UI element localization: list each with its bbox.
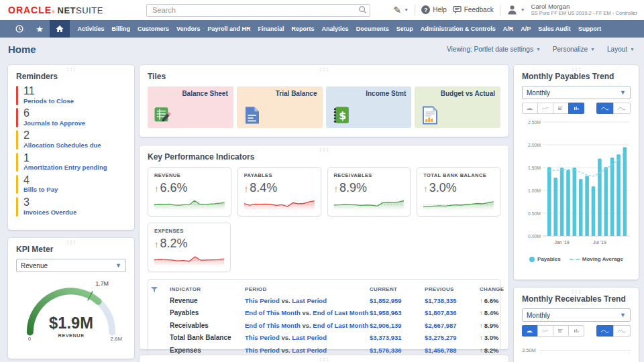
previous-cell[interactable]: $1,738,335 (425, 297, 480, 304)
reminder-label[interactable]: Bills to Pay (23, 186, 58, 194)
previous-cell[interactable]: $1,807,836 (425, 309, 480, 316)
period-cell[interactable]: End of This Month vs. End of Last Month (245, 309, 370, 316)
reminder-item-journals-to-approve[interactable]: 6Journals to Approve (16, 108, 126, 127)
payables-bar[interactable] (553, 178, 557, 236)
reminder-item-bills-to-pay[interactable]: 4Bills to Pay (16, 175, 126, 194)
reminder-item-periods-to-close[interactable]: 11Periods to Close (16, 86, 126, 105)
drag-handle[interactable] (66, 67, 76, 71)
kpi-card-revenue[interactable]: REVENUE↑6.6% (148, 167, 231, 217)
payables-period-select[interactable]: Monthly ▼ (522, 86, 631, 99)
table-row-payables[interactable]: PayablesEnd of This Month vs. End of Las… (148, 307, 500, 320)
home-tab[interactable] (50, 20, 70, 38)
help-button[interactable]: ? Help (421, 5, 447, 14)
current-cell[interactable]: $3,373,931 (370, 334, 425, 341)
trendline-option-2-button[interactable] (613, 325, 631, 337)
column-header-current[interactable]: CURRENT (370, 286, 425, 292)
previous-cell[interactable]: $3,275,279 (425, 334, 480, 341)
nav-item-reports[interactable]: Reports (288, 20, 318, 38)
kpi-meter-select[interactable]: Revenue ▼ (16, 259, 126, 272)
chart-type-area-button[interactable] (522, 103, 538, 114)
chart-type-line-button[interactable] (537, 103, 553, 114)
drag-handle[interactable] (572, 67, 582, 71)
payables-bar[interactable] (579, 179, 583, 236)
nav-item-documents[interactable]: Documents (352, 20, 392, 38)
netsuite-logo[interactable]: ORACLE® NETSUITE (0, 5, 146, 15)
kpi-card-total-bank-balance[interactable]: TOTAL BANK BALANCE↑3.0% (417, 167, 500, 217)
column-header-previous[interactable]: PREVIOUS (425, 286, 480, 292)
reminder-item-amortization-entry-pending[interactable]: 1Amortization Entry pending (16, 153, 126, 172)
chart-type-line-button[interactable] (537, 325, 553, 337)
nav-item-billing[interactable]: Billing (108, 20, 134, 38)
payables-bar[interactable] (610, 158, 614, 236)
nav-item-analytics[interactable]: Analytics (318, 20, 352, 38)
current-cell[interactable]: $1,576,336 (370, 347, 425, 354)
kpi-card-payables[interactable]: PAYABLES↑8.4% (237, 167, 321, 217)
viewing-portlet-date-settings-menu[interactable]: Viewing: Portlet date settings ▼ (447, 46, 541, 53)
nav-item-setup[interactable]: Setup (392, 20, 417, 38)
kpi-card-expenses[interactable]: EXPENSES↑8.2% (148, 223, 231, 272)
nav-item-activities[interactable]: Activities (74, 20, 108, 38)
recent-records-button[interactable] (9, 20, 30, 38)
user-menu[interactable]: ▼ (506, 4, 525, 15)
nav-item-a-r[interactable]: A/R (499, 20, 517, 38)
payables-bar[interactable] (616, 154, 621, 236)
chart-type-area-button[interactable] (522, 325, 538, 337)
column-header-period[interactable]: PERIOD (245, 286, 370, 292)
previous-cell[interactable]: $2,667,987 (425, 322, 480, 329)
search-icon[interactable] (358, 5, 367, 14)
reminder-label[interactable]: Allocation Schedules due (23, 141, 101, 149)
tile-income-stmt[interactable]: Income Stmt$ (326, 86, 412, 128)
nav-item-vendors[interactable]: Vendors (173, 20, 205, 38)
reminder-item-invoices-overdue[interactable]: 3Invoices Overdue (16, 197, 126, 217)
period-cell[interactable]: End of This Month vs. End of Last Month (245, 322, 370, 329)
reminder-label[interactable]: Amortization Entry pending (23, 164, 107, 172)
chart-type-hbar-button[interactable] (553, 103, 569, 114)
payables-bar[interactable] (560, 168, 564, 236)
payables-bar[interactable] (604, 167, 608, 236)
table-row-expenses[interactable]: ExpensesThis Period vs. Last Period$1,57… (148, 344, 500, 357)
filter-funnel-icon[interactable] (151, 287, 158, 292)
table-row-revenue[interactable]: RevenueThis Period vs. Last Period$1,852… (148, 294, 500, 307)
table-row-receivables[interactable]: ReceivablesEnd of This Month vs. End of … (148, 319, 500, 332)
layout-menu[interactable]: Layout ▼ (607, 46, 635, 53)
period-cell[interactable]: This Period vs. Last Period (245, 334, 370, 341)
tile-budget-vs-actual[interactable]: Budget vs Actual (415, 86, 500, 128)
reminder-label[interactable]: Periods to Close (23, 97, 74, 105)
nav-item-customers[interactable]: Customers (134, 20, 173, 38)
payables-bar[interactable] (573, 168, 577, 236)
kpi-card-receivables[interactable]: RECEIVABLES↑8.9% (327, 167, 411, 217)
chart-type-vbar-button[interactable] (568, 103, 584, 114)
personalize-menu[interactable]: Personalize ▼ (553, 46, 595, 53)
period-cell[interactable]: This Period vs. Last Period (245, 297, 370, 304)
payables-bar[interactable] (547, 167, 551, 236)
drag-handle[interactable] (66, 240, 76, 244)
tile-balance-sheet[interactable]: Balance Sheet (148, 86, 233, 128)
tile-trial-balance[interactable]: Trial Balance (237, 86, 323, 128)
current-cell[interactable]: $2,906,139 (370, 322, 425, 329)
receivables-period-select[interactable]: Monthly ▼ (522, 308, 631, 322)
drag-handle[interactable] (319, 357, 329, 361)
trendline-option-2-button[interactable] (613, 103, 631, 114)
payables-bar[interactable] (623, 147, 627, 236)
trendline-option-1-button[interactable] (596, 325, 614, 337)
payables-bar[interactable] (598, 158, 602, 236)
drag-handle[interactable] (319, 67, 329, 71)
payables-bar[interactable] (592, 186, 596, 236)
payables-bar[interactable] (566, 170, 570, 236)
trendline-option-1-button[interactable] (596, 103, 614, 114)
period-cell[interactable]: This Period vs. Last Period (245, 347, 370, 354)
current-cell[interactable]: $1,958,963 (370, 309, 425, 316)
table-row-total-bank-balance[interactable]: Total Bank BalanceThis Period vs. Last P… (148, 332, 500, 345)
feedback-button[interactable]: Feedback (453, 5, 494, 14)
create-new-menu[interactable]: ✎ ▼ (394, 5, 409, 15)
reminder-label[interactable]: Invoices Overdue (23, 208, 76, 217)
nav-item-a-p[interactable]: A/P (517, 20, 535, 38)
nav-item-payroll-and-hr[interactable]: Payroll and HR (204, 20, 254, 38)
column-header-indicator[interactable]: INDICATOR (170, 286, 245, 292)
payables-bar[interactable] (585, 176, 589, 236)
current-cell[interactable]: $1,852,959 (370, 297, 425, 304)
chart-type-hbar-button[interactable] (553, 325, 569, 337)
drag-handle[interactable] (572, 290, 582, 294)
chart-type-vbar-button[interactable] (568, 325, 584, 337)
drag-handle[interactable] (319, 147, 329, 152)
